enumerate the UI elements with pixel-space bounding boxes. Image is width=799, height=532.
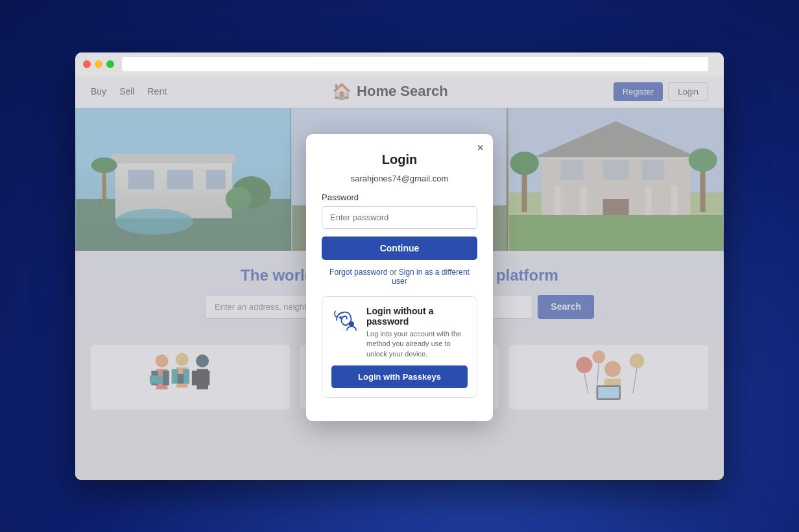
modal-email: sarahjones74@gmail.com <box>322 174 477 183</box>
modal-links: Forgot password or Sign in as a differen… <box>322 268 477 286</box>
browser-window: Buy Sell Rent 🏠 Home Search Register Log… <box>75 52 724 480</box>
password-label: Password <box>322 192 477 202</box>
passkey-text: Login without a password Log into your a… <box>366 306 468 359</box>
modal-overlay[interactable]: × Login sarahjones74@gmail.com Password … <box>75 76 724 480</box>
password-input[interactable] <box>322 206 477 229</box>
minimize-button[interactable] <box>95 60 102 68</box>
passkey-icon-svg <box>331 306 359 333</box>
modal-close-button[interactable]: × <box>477 142 484 154</box>
address-bar[interactable] <box>122 57 708 71</box>
svg-point-73 <box>349 321 354 327</box>
passkey-icons <box>331 306 359 333</box>
passkey-title: Login without a password <box>366 306 468 327</box>
maximize-button[interactable] <box>106 60 114 68</box>
passkey-top: Login without a password Log into your a… <box>331 306 468 359</box>
window-controls <box>83 60 114 68</box>
passkey-section: Login without a password Log into your a… <box>322 296 477 398</box>
forgot-password-link[interactable]: Forgot password <box>329 268 387 277</box>
modal-title: Login <box>322 152 477 167</box>
passkey-desc: Log into your account with the method yo… <box>366 329 468 359</box>
login-modal: × Login sarahjones74@gmail.com Password … <box>306 134 493 421</box>
sign-in-different-link[interactable]: Sign in as a different user <box>392 268 470 286</box>
website: Buy Sell Rent 🏠 Home Search Register Log… <box>75 76 724 480</box>
svg-point-74 <box>339 316 342 319</box>
close-button[interactable] <box>83 60 91 68</box>
passkey-button[interactable]: Login with Passkeys <box>331 365 468 388</box>
browser-titlebar <box>75 52 724 76</box>
continue-button[interactable]: Continue <box>322 237 477 260</box>
or-text: or <box>387 268 398 277</box>
browser-content: Buy Sell Rent 🏠 Home Search Register Log… <box>75 76 724 480</box>
